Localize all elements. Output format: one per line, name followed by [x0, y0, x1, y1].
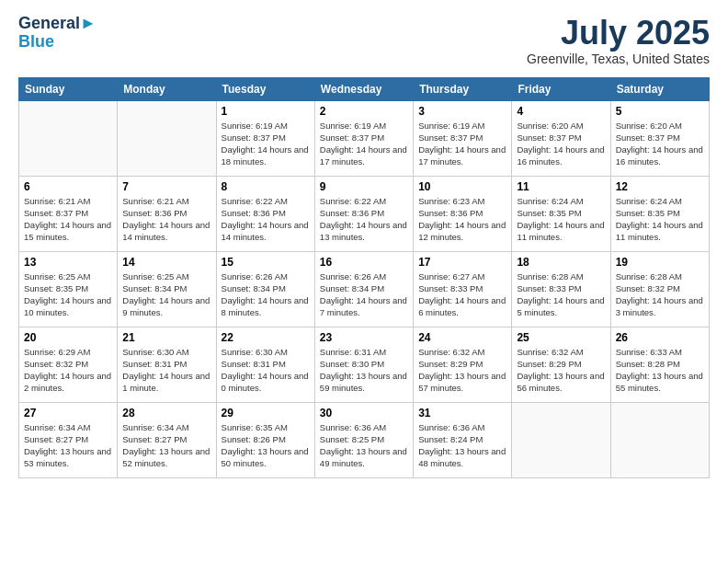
header: General► Blue July 2025 Greenville, Texa…	[18, 15, 710, 66]
calendar: Sunday Monday Tuesday Wednesday Thursday…	[18, 77, 710, 478]
day-number: 21	[122, 331, 210, 344]
day-number: 1	[222, 105, 310, 118]
day-info: Sunrise: 6:30 AMSunset: 8:31 PMDaylight:…	[222, 346, 310, 395]
day-number: 16	[320, 256, 408, 269]
day-info: Sunrise: 6:22 AMSunset: 8:36 PMDaylight:…	[222, 195, 310, 244]
col-tuesday: Tuesday	[216, 77, 314, 100]
week-row-3: 13Sunrise: 6:25 AMSunset: 8:35 PMDayligh…	[19, 251, 710, 327]
cell-w5-d1: 28Sunrise: 6:34 AMSunset: 8:27 PMDayligh…	[118, 402, 216, 477]
weekday-header-row: Sunday Monday Tuesday Wednesday Thursday…	[19, 77, 710, 100]
logo-blue: Blue	[18, 32, 54, 51]
day-info: Sunrise: 6:28 AMSunset: 8:33 PMDaylight:…	[517, 270, 605, 319]
logo-accent: ►	[80, 14, 97, 32]
col-wednesday: Wednesday	[314, 77, 413, 100]
day-number: 20	[24, 331, 112, 344]
cell-w3-d3: 16Sunrise: 6:26 AMSunset: 8:34 PMDayligh…	[314, 251, 413, 327]
day-info: Sunrise: 6:19 AMSunset: 8:37 PMDaylight:…	[320, 120, 408, 168]
day-number: 27	[24, 407, 112, 419]
month-title: July 2025	[527, 15, 710, 52]
day-number: 12	[616, 180, 704, 193]
cell-w1-d3: 2Sunrise: 6:19 AMSunset: 8:37 PMDaylight…	[314, 100, 413, 176]
day-info: Sunrise: 6:29 AMSunset: 8:32 PMDaylight:…	[24, 346, 112, 395]
day-number: 6	[24, 180, 112, 193]
col-sunday: Sunday	[19, 77, 118, 100]
day-info: Sunrise: 6:24 AMSunset: 8:35 PMDaylight:…	[517, 195, 605, 244]
cell-w2-d3: 9Sunrise: 6:22 AMSunset: 8:36 PMDaylight…	[314, 176, 413, 251]
day-info: Sunrise: 6:26 AMSunset: 8:34 PMDaylight:…	[320, 270, 408, 319]
day-info: Sunrise: 6:21 AMSunset: 8:36 PMDaylight:…	[122, 195, 210, 244]
week-row-1: 1Sunrise: 6:19 AMSunset: 8:37 PMDaylight…	[19, 100, 710, 176]
day-info: Sunrise: 6:36 AMSunset: 8:25 PMDaylight:…	[320, 421, 408, 470]
location: Greenville, Texas, United States	[527, 52, 710, 66]
day-number: 7	[122, 180, 210, 193]
col-friday: Friday	[512, 77, 610, 100]
cell-w1-d1	[118, 100, 216, 176]
cell-w1-d4: 3Sunrise: 6:19 AMSunset: 8:37 PMDaylight…	[414, 100, 512, 176]
col-thursday: Thursday	[414, 77, 512, 100]
cell-w4-d6: 26Sunrise: 6:33 AMSunset: 8:28 PMDayligh…	[610, 327, 709, 402]
day-info: Sunrise: 6:34 AMSunset: 8:27 PMDaylight:…	[24, 421, 112, 470]
week-row-5: 27Sunrise: 6:34 AMSunset: 8:27 PMDayligh…	[19, 402, 710, 477]
day-number: 14	[122, 256, 210, 269]
cell-w1-d0	[19, 100, 118, 176]
cell-w4-d2: 22Sunrise: 6:30 AMSunset: 8:31 PMDayligh…	[216, 327, 314, 402]
day-info: Sunrise: 6:26 AMSunset: 8:34 PMDaylight:…	[222, 270, 310, 319]
day-number: 13	[24, 256, 112, 269]
day-info: Sunrise: 6:25 AMSunset: 8:35 PMDaylight:…	[24, 270, 112, 319]
cell-w2-d4: 10Sunrise: 6:23 AMSunset: 8:36 PMDayligh…	[414, 176, 512, 251]
day-info: Sunrise: 6:25 AMSunset: 8:34 PMDaylight:…	[122, 270, 210, 319]
cell-w3-d0: 13Sunrise: 6:25 AMSunset: 8:35 PMDayligh…	[19, 251, 118, 327]
cell-w3-d2: 15Sunrise: 6:26 AMSunset: 8:34 PMDayligh…	[216, 251, 314, 327]
day-number: 26	[616, 331, 704, 344]
day-number: 28	[122, 407, 210, 419]
day-number: 31	[418, 407, 506, 419]
day-info: Sunrise: 6:32 AMSunset: 8:29 PMDaylight:…	[517, 346, 605, 395]
page: General► Blue July 2025 Greenville, Texa…	[0, 0, 728, 497]
cell-w2-d0: 6Sunrise: 6:21 AMSunset: 8:37 PMDaylight…	[19, 176, 118, 251]
day-number: 9	[320, 180, 408, 193]
day-info: Sunrise: 6:22 AMSunset: 8:36 PMDaylight:…	[320, 195, 408, 244]
logo: General► Blue	[18, 15, 97, 52]
day-info: Sunrise: 6:23 AMSunset: 8:36 PMDaylight:…	[418, 195, 506, 244]
day-number: 3	[418, 105, 506, 118]
cell-w2-d2: 8Sunrise: 6:22 AMSunset: 8:36 PMDaylight…	[216, 176, 314, 251]
day-info: Sunrise: 6:30 AMSunset: 8:31 PMDaylight:…	[122, 346, 210, 395]
day-number: 19	[616, 256, 704, 269]
day-info: Sunrise: 6:35 AMSunset: 8:26 PMDaylight:…	[222, 421, 310, 470]
cell-w5-d0: 27Sunrise: 6:34 AMSunset: 8:27 PMDayligh…	[19, 402, 118, 477]
day-number: 5	[616, 105, 704, 118]
day-number: 18	[517, 256, 605, 269]
cell-w4-d3: 23Sunrise: 6:31 AMSunset: 8:30 PMDayligh…	[314, 327, 413, 402]
day-number: 2	[320, 105, 408, 118]
day-number: 10	[418, 180, 506, 193]
day-info: Sunrise: 6:33 AMSunset: 8:28 PMDaylight:…	[616, 346, 704, 395]
day-number: 29	[222, 407, 310, 419]
day-number: 11	[517, 180, 605, 193]
day-info: Sunrise: 6:32 AMSunset: 8:29 PMDaylight:…	[418, 346, 506, 395]
day-info: Sunrise: 6:21 AMSunset: 8:37 PMDaylight:…	[24, 195, 112, 244]
day-number: 8	[222, 180, 310, 193]
cell-w3-d6: 19Sunrise: 6:28 AMSunset: 8:32 PMDayligh…	[610, 251, 709, 327]
day-info: Sunrise: 6:36 AMSunset: 8:24 PMDaylight:…	[418, 421, 506, 470]
day-number: 15	[222, 256, 310, 269]
cell-w1-d6: 5Sunrise: 6:20 AMSunset: 8:37 PMDaylight…	[610, 100, 709, 176]
day-info: Sunrise: 6:31 AMSunset: 8:30 PMDaylight:…	[320, 346, 408, 395]
week-row-4: 20Sunrise: 6:29 AMSunset: 8:32 PMDayligh…	[19, 327, 710, 402]
day-info: Sunrise: 6:20 AMSunset: 8:37 PMDaylight:…	[616, 120, 704, 168]
cell-w1-d2: 1Sunrise: 6:19 AMSunset: 8:37 PMDaylight…	[216, 100, 314, 176]
cell-w5-d2: 29Sunrise: 6:35 AMSunset: 8:26 PMDayligh…	[216, 402, 314, 477]
col-monday: Monday	[118, 77, 216, 100]
day-info: Sunrise: 6:34 AMSunset: 8:27 PMDaylight:…	[122, 421, 210, 470]
cell-w4-d4: 24Sunrise: 6:32 AMSunset: 8:29 PMDayligh…	[414, 327, 512, 402]
cell-w2-d1: 7Sunrise: 6:21 AMSunset: 8:36 PMDaylight…	[118, 176, 216, 251]
day-number: 22	[222, 331, 310, 344]
cell-w3-d5: 18Sunrise: 6:28 AMSunset: 8:33 PMDayligh…	[512, 251, 610, 327]
cell-w2-d6: 12Sunrise: 6:24 AMSunset: 8:35 PMDayligh…	[610, 176, 709, 251]
cell-w5-d6	[610, 402, 709, 477]
day-number: 24	[418, 331, 506, 344]
week-row-2: 6Sunrise: 6:21 AMSunset: 8:37 PMDaylight…	[19, 176, 710, 251]
day-number: 4	[517, 105, 605, 118]
cell-w5-d4: 31Sunrise: 6:36 AMSunset: 8:24 PMDayligh…	[414, 402, 512, 477]
day-number: 25	[517, 331, 605, 344]
cell-w5-d5	[512, 402, 610, 477]
